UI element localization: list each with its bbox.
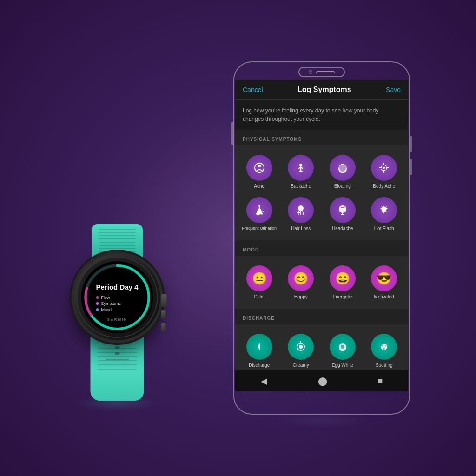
watch-button-2[interactable] [161, 323, 166, 331]
phone-power-button[interactable] [410, 136, 412, 152]
discharge-spotting[interactable]: Spotting [364, 330, 405, 370]
phone-side-button[interactable] [231, 122, 233, 145]
app-content: Cancel Log Symptoms Save Log how you're … [235, 80, 408, 370]
phone-notch [298, 67, 345, 77]
calm-label: Calm [254, 294, 264, 299]
symptom-frequent-urination[interactable]: Frequent Urination [239, 193, 280, 235]
discharge-grid: Discharge Creamy [235, 324, 408, 370]
backache-icon [288, 155, 314, 181]
page-title: Log Symptoms [298, 86, 351, 94]
hair-loss-icon [288, 197, 314, 223]
app-description: Log how you're feeling every day to see … [235, 100, 408, 130]
body-ache-icon [371, 155, 397, 181]
mood-section-header: MOOD [235, 240, 408, 256]
acne-icon [246, 155, 272, 181]
physical-symptoms-grid: Acne Backache [235, 145, 408, 240]
symptom-hair-loss[interactable]: Hair Loss [281, 193, 322, 235]
nav-home[interactable]: ⬤ [318, 376, 327, 386]
watch-case: Period Day 4 Flow Symptoms [74, 254, 160, 340]
bloating-label: Bloating [334, 184, 351, 189]
svg-point-19 [385, 345, 387, 347]
svg-point-16 [341, 345, 344, 349]
notch-speaker [316, 71, 335, 73]
mood-happy[interactable]: 😊 Happy [281, 262, 322, 303]
happy-icon: 😊 [288, 265, 314, 291]
bloating-icon [330, 155, 356, 181]
legend-mood: Mood [101, 307, 112, 312]
legend-flow: Flow [101, 295, 110, 300]
mood-label: MOOD [243, 247, 259, 252]
egg-white-label: Egg White [332, 363, 353, 368]
motivated-label: Motivated [374, 294, 394, 299]
hot-flash-icon [371, 197, 397, 223]
watch-crown[interactable] [161, 294, 167, 307]
svg-point-20 [383, 348, 385, 350]
urination-label: Frequent Urination [242, 226, 277, 231]
watch-period-label: Period Day 4 [96, 283, 139, 291]
discharge-creamy[interactable]: Creamy [281, 330, 322, 370]
mood-grid: 😐 Calm 😊 Happy 😄 Energetic [235, 256, 408, 309]
symptom-bloating[interactable]: Bloating [322, 151, 363, 192]
watch-button-1[interactable] [161, 310, 166, 318]
svg-point-14 [299, 345, 303, 349]
creamy-icon [288, 334, 314, 360]
symptom-hot-flash[interactable]: Hot Flash [364, 193, 405, 235]
egg-white-icon [330, 334, 356, 360]
mood-motivated[interactable]: 😎 Motivated [364, 262, 405, 303]
motivated-icon: 😎 [371, 265, 397, 291]
symptom-headache[interactable]: Headache [322, 193, 363, 235]
symptom-backache[interactable]: Backache [281, 151, 322, 192]
energetic-label: Energetic [333, 294, 352, 299]
svg-point-18 [381, 344, 383, 347]
headache-icon [330, 197, 356, 223]
body-ache-label: Body Ache [373, 184, 395, 189]
spotting-icon [371, 334, 397, 360]
hair-loss-label: Hair Loss [291, 226, 311, 231]
creamy-label: Creamy [293, 363, 309, 368]
happy-label: Happy [294, 294, 308, 299]
calm-icon: 😐 [246, 265, 272, 291]
urination-icon [246, 197, 272, 223]
energetic-icon: 😄 [330, 265, 356, 291]
discharge-icon [246, 334, 272, 360]
spotting-label: Spotting [376, 363, 393, 368]
discharge-label: DISCHARGE [243, 316, 275, 321]
discharge-section-header: DISCHARGE [235, 309, 408, 324]
acne-label: Acne [254, 184, 264, 189]
legend-symptoms: Symptoms [101, 301, 121, 306]
backache-label: Backache [291, 184, 311, 189]
physical-symptoms-label: PHYSICAL SYMPTOMS [243, 137, 302, 142]
cancel-button[interactable]: Cancel [243, 86, 263, 93]
watch-screen: Period Day 4 Flow Symptoms [81, 261, 153, 333]
svg-point-4 [258, 165, 261, 167]
discharge-none[interactable]: Discharge [239, 330, 280, 370]
phone-volume-button[interactable] [410, 159, 412, 175]
scene: Period Day 4 Flow Symptoms [29, 29, 447, 447]
phone: Cancel Log Symptoms Save Log how you're … [233, 61, 410, 415]
watch-legend: Flow Symptoms Mood [96, 295, 139, 312]
svg-point-9 [383, 167, 385, 169]
svg-point-10 [258, 205, 260, 207]
nav-recent[interactable]: ■ [378, 376, 383, 386]
mood-calm[interactable]: 😐 Calm [239, 262, 280, 303]
phone-screen: Cancel Log Symptoms Save Log how you're … [235, 80, 408, 391]
app-header: Cancel Log Symptoms Save [235, 80, 408, 100]
discharge-label-text: Discharge [249, 363, 270, 368]
brand-label: GARMIN [107, 317, 127, 322]
nav-back[interactable]: ◀ [261, 376, 267, 386]
discharge-egg-white[interactable]: Egg White [322, 330, 363, 370]
symptom-body-ache[interactable]: Body Ache [364, 151, 405, 192]
nav-bar: ◀ ⬤ ■ [235, 370, 408, 391]
headache-label: Headache [332, 226, 353, 231]
mood-energetic[interactable]: 😄 Energetic [322, 262, 363, 303]
phone-reflection [275, 415, 368, 426]
hot-flash-label: Hot Flash [374, 226, 394, 231]
symptom-acne[interactable]: Acne [239, 151, 280, 192]
save-button[interactable]: Save [386, 86, 401, 93]
notch-camera [309, 70, 312, 74]
physical-symptoms-section-header: PHYSICAL SYMPTOMS [235, 130, 408, 145]
smartwatch: Period Day 4 Flow Symptoms [47, 224, 187, 401]
